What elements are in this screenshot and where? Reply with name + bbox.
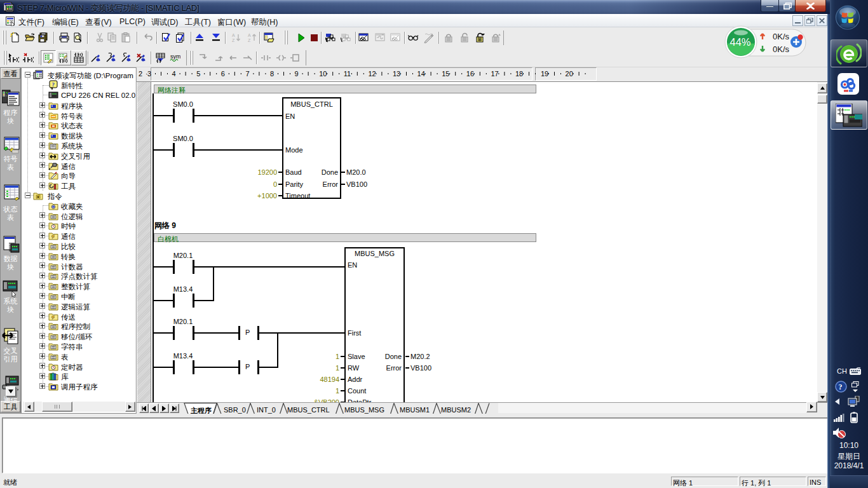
- svg-text:4: 4: [172, 70, 176, 78]
- svg-text:Z: Z: [232, 38, 235, 43]
- svg-text:10: 10: [319, 70, 327, 78]
- svg-text:6: 6: [221, 70, 225, 78]
- svg-text:12: 12: [368, 70, 376, 78]
- svg-text:11: 11: [344, 70, 351, 78]
- svg-text:Z: Z: [248, 38, 251, 43]
- svg-text:44%: 44%: [730, 36, 751, 48]
- svg-text:20: 20: [566, 70, 573, 78]
- svg-text:18: 18: [515, 70, 523, 78]
- svg-text:?: ?: [839, 383, 843, 391]
- svg-text:T: T: [478, 38, 481, 42]
- svg-text:5: 5: [196, 70, 200, 78]
- svg-text:8: 8: [270, 70, 274, 78]
- svg-text:0K/s: 0K/s: [773, 32, 790, 41]
- svg-text:15: 15: [442, 70, 449, 78]
- svg-text:sym: sym: [170, 53, 180, 60]
- svg-text:A: A: [232, 33, 235, 37]
- svg-text:17: 17: [491, 70, 498, 78]
- svg-text:14: 14: [417, 70, 425, 78]
- svg-text:?: ?: [52, 81, 55, 88]
- svg-text:3: 3: [147, 70, 151, 78]
- svg-text:9: 9: [295, 70, 299, 78]
- svg-text:A: A: [248, 33, 251, 37]
- svg-text:16: 16: [466, 70, 474, 78]
- svg-text:13: 13: [393, 70, 400, 78]
- svg-text:0K/s: 0K/s: [773, 44, 790, 54]
- svg-text:19: 19: [541, 70, 548, 78]
- svg-text:7: 7: [245, 70, 249, 78]
